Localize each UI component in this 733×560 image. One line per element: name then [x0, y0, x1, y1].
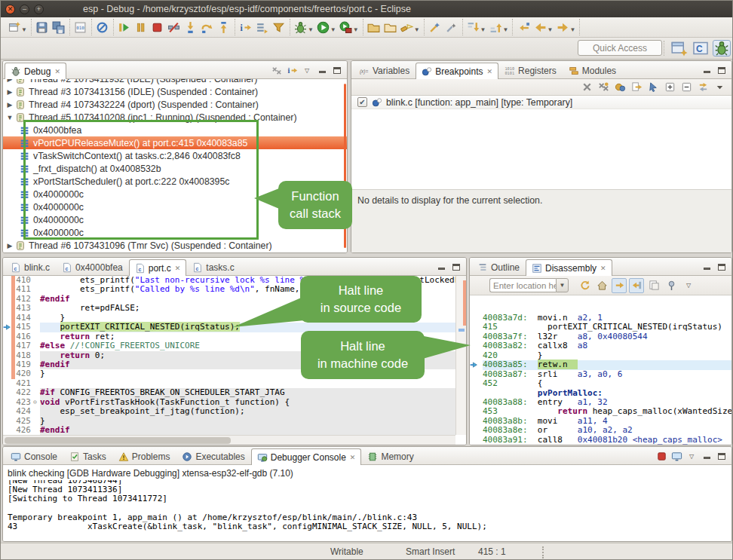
use-step-filters-icon[interactable]	[271, 19, 287, 35]
debug-tree-row[interactable]: _frxt_dispatch() at 0x4008532b	[3, 162, 347, 175]
thread-icon[interactable]	[15, 87, 26, 97]
run-icon[interactable]	[315, 19, 332, 35]
new-wizard-icon[interactable]	[6, 19, 23, 35]
minimize-icon[interactable]	[434, 259, 449, 274]
debug-tree-row[interactable]: 0x4000000c	[3, 200, 347, 213]
terminate-icon[interactable]	[654, 448, 669, 464]
back-dropdown-icon[interactable]: ▼	[547, 26, 553, 33]
copy-view-icon[interactable]	[646, 278, 661, 293]
instruction-stepping-icon[interactable]: i	[238, 19, 254, 35]
editor-horizontal-scrollbar[interactable]	[3, 435, 455, 445]
previous-annotation-dropdown-icon[interactable]: ▼	[503, 26, 509, 33]
search-icon[interactable]	[399, 19, 416, 35]
remove-all-icon[interactable]	[596, 80, 611, 95]
tab-debugger-console[interactable]: Debugger Console✕	[251, 448, 362, 465]
ruler-mark-changes[interactable]	[463, 280, 466, 326]
back-icon[interactable]	[532, 19, 548, 35]
collapse-all-icon[interactable]	[679, 80, 694, 95]
breakpoint-icon[interactable]	[372, 97, 382, 108]
maximize-icon[interactable]	[714, 259, 729, 274]
step-over-icon[interactable]	[199, 19, 216, 35]
save-icon[interactable]	[34, 19, 51, 35]
debug-tree-row[interactable]: 0x4000000c	[3, 213, 347, 226]
editor-line[interactable]: 411 ets_printf("Called by %s line %d\n",…	[3, 285, 466, 294]
stack-frame-icon[interactable]	[20, 138, 30, 148]
stack-frame-icon[interactable]	[20, 176, 30, 187]
tab-console[interactable]: Console	[5, 448, 63, 464]
tab-0x4000bfea[interactable]: c0x4000bfea	[56, 259, 129, 275]
variables-icon[interactable]: (x)=	[359, 66, 370, 76]
display-selected-console-icon[interactable]	[669, 448, 684, 464]
resume-icon[interactable]	[116, 19, 133, 35]
mark-occurrences-icon[interactable]	[427, 19, 443, 35]
tab-close-icon[interactable]: ✕	[175, 265, 181, 272]
pin-view-icon[interactable]	[664, 278, 679, 293]
tree-collapsed-icon[interactable]: ▶	[6, 88, 14, 96]
tab-tasks-c[interactable]: ctasks.c	[186, 259, 240, 275]
location-dropdown-icon[interactable]: ▼	[556, 278, 569, 292]
maximize-icon[interactable]	[714, 448, 729, 464]
instruction-stepping-mode-icon[interactable]: i	[284, 63, 299, 78]
tree-expanded-icon[interactable]: ▼	[6, 114, 14, 121]
overview-ruler[interactable]	[455, 276, 466, 435]
close-window-icon[interactable]: ✕	[5, 5, 15, 14]
tab-debug[interactable]: Debug✕	[5, 63, 66, 79]
tasks-icon[interactable]	[69, 451, 80, 462]
debug-tree-row[interactable]: xPortStartScheduler() at port.c:222 0x40…	[3, 175, 347, 188]
view-menu-icon[interactable]	[712, 80, 727, 95]
breakpoint-icon[interactable]	[422, 66, 432, 77]
editor-line[interactable]: 425}	[3, 417, 466, 426]
cfile-icon[interactable]: c	[11, 262, 21, 273]
tab-port-c[interactable]: cport.c✕	[129, 259, 187, 276]
open-type-icon[interactable]	[366, 19, 382, 35]
tab-executables[interactable]: Executables	[176, 448, 250, 464]
cpp-perspective-button[interactable]: C	[692, 40, 710, 57]
stack-frame-icon[interactable]	[20, 164, 30, 174]
cfile-icon[interactable]: c	[62, 262, 72, 273]
outline-icon[interactable]	[477, 262, 488, 273]
disasm-icon[interactable]	[532, 263, 542, 274]
view-menu-icon[interactable]: ▽	[299, 63, 314, 78]
last-edit-location-icon[interactable]	[515, 19, 532, 35]
binary-icon[interactable]: 010	[72, 19, 89, 35]
thread-icon[interactable]	[15, 112, 26, 123]
maximize-icon[interactable]	[449, 259, 464, 274]
debug-tree-row[interactable]: ▼Thread #5 1073410208 (ipc1 : Running) (…	[3, 111, 347, 124]
show-logical-structure-icon[interactable]	[254, 19, 271, 35]
open-perspective-button[interactable]	[670, 40, 689, 57]
sync-selection-icon[interactable]	[629, 278, 644, 293]
tab-close-icon[interactable]: ✕	[600, 265, 606, 272]
editor-line[interactable]: 424 esp_set_breakpoint_if_jtag(function)…	[3, 407, 466, 416]
previous-annotation-icon[interactable]	[488, 19, 505, 35]
minimize-icon[interactable]	[699, 448, 714, 464]
open-resource-icon[interactable]	[382, 19, 399, 35]
next-annotation-icon[interactable]	[465, 19, 482, 35]
stack-frame-icon[interactable]	[20, 151, 30, 161]
tab-registers[interactable]: 10100101Registers	[498, 62, 563, 78]
problems-icon[interactable]	[118, 451, 129, 462]
debug-tree-row[interactable]: 0x4000000c	[3, 226, 347, 239]
remove-selected-icon[interactable]	[579, 80, 594, 95]
home-icon[interactable]	[594, 278, 609, 293]
editor-line[interactable]: 420}	[3, 369, 466, 378]
tree-collapsed-icon[interactable]: ▶	[6, 101, 14, 109]
tab-outline[interactable]: Outline	[471, 259, 526, 275]
thread-icon[interactable]	[15, 240, 26, 251]
run-dropdown-icon[interactable]: ▼	[330, 26, 336, 33]
minimize-window-icon[interactable]: –	[20, 5, 29, 14]
fold-marker[interactable]: ⊖	[33, 398, 40, 407]
registers-icon[interactable]: 10100101	[505, 66, 515, 76]
tree-collapsed-icon[interactable]: ▶	[6, 79, 14, 83]
minimize-icon[interactable]	[314, 63, 330, 78]
external-tools-dropdown-icon[interactable]: ▼	[353, 26, 359, 33]
debug-tree-row[interactable]: 0x4000bfea	[3, 124, 347, 136]
debug-dropdown-icon[interactable]: ▼	[308, 26, 314, 33]
debug-scrollbar[interactable]	[344, 84, 346, 248]
tab-variables[interactable]: (x)=Variables	[353, 62, 416, 78]
tab-memory[interactable]: Memory	[361, 448, 419, 464]
thread-icon[interactable]	[15, 79, 26, 84]
disconnect-icon[interactable]	[166, 19, 182, 35]
debug-perspective-button[interactable]	[713, 40, 731, 57]
thread-icon[interactable]	[15, 99, 26, 110]
tab-close-icon[interactable]: ✕	[54, 68, 60, 75]
